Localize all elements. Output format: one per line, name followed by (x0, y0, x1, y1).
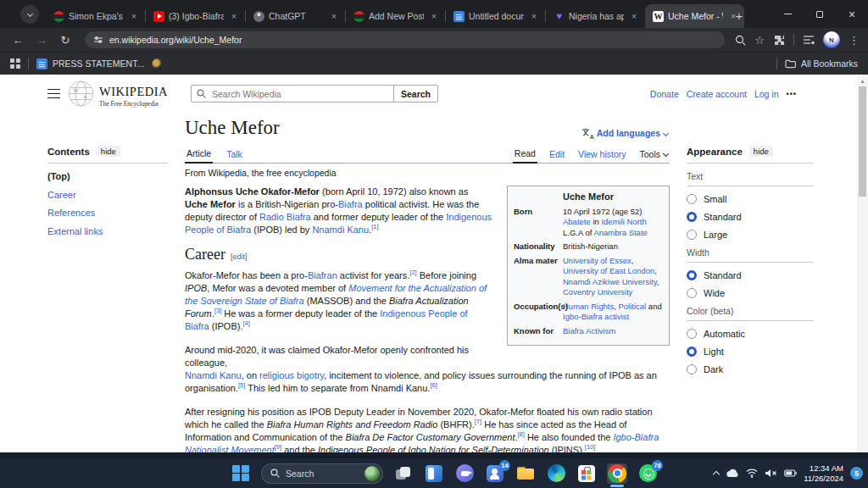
wifi-icon[interactable] (746, 469, 758, 478)
add-languages-label: Add languages (597, 128, 660, 138)
tab-read[interactable]: Read (513, 148, 537, 164)
radio-checked-icon[interactable] (687, 347, 697, 357)
apps-grid-icon[interactable] (10, 58, 20, 69)
appearance-hide-button[interactable]: hide (749, 146, 773, 157)
bookmark-star-icon[interactable]: ☆ (754, 30, 765, 49)
browser-tab-simon-ekpa[interactable]: Simon Ekpa's Ext (46, 4, 145, 28)
radio-color-light[interactable]: Light (687, 347, 814, 357)
radio-width-wide[interactable]: Wide (687, 288, 814, 298)
radio-checked-icon[interactable] (687, 270, 697, 280)
radio-width-standard[interactable]: Standard (687, 270, 814, 280)
tab-article[interactable]: Article (185, 148, 213, 164)
radio-text-small[interactable]: Small (687, 194, 814, 204)
browser-tab-uche-mefor-active[interactable]: Uche Mefor - Wi (645, 4, 744, 28)
file-explorer-button[interactable] (515, 463, 536, 484)
teams-button[interactable]: 14 (485, 463, 505, 484)
wiki-search-button[interactable]: Search (393, 85, 438, 103)
close-tab-icon[interactable] (428, 10, 440, 22)
site-settings-icon[interactable] (93, 35, 103, 45)
tab-title: Untitled docume (469, 11, 524, 21)
appearance-title: Appearance (687, 147, 743, 157)
main-menu-icon[interactable] (47, 89, 60, 98)
taskbar-search-box[interactable]: Search (261, 463, 383, 484)
minimize-icon (784, 14, 792, 14)
tray-overflow-icon[interactable] (713, 471, 720, 478)
radio-icon[interactable] (687, 329, 697, 339)
tab-view-history[interactable]: View history (576, 149, 627, 163)
reload-button[interactable]: ↻ (56, 30, 75, 49)
tab-tools[interactable]: Tools (637, 149, 670, 163)
back-button[interactable]: ← (8, 30, 27, 49)
profile-avatar[interactable]: N (823, 31, 840, 48)
contents-item-top[interactable]: (Top) (47, 171, 168, 181)
radio-text-standard[interactable]: Standard (687, 212, 814, 222)
tab-search-button[interactable] (20, 5, 39, 24)
windows-logo-icon (232, 465, 249, 482)
browser-toolbar: ← → ↻ en.wikipedia.org/wiki/Uche_Mefor ☆… (0, 28, 868, 52)
tab-edit[interactable]: Edit (548, 149, 566, 163)
edit-section-link[interactable]: edit (231, 252, 248, 261)
radio-checked-icon[interactable] (687, 212, 697, 222)
create-account-link[interactable]: Create account (687, 89, 747, 99)
log-in-link[interactable]: Log in (754, 89, 779, 99)
battery-icon[interactable] (784, 469, 797, 477)
widgets-button[interactable] (424, 463, 444, 484)
close-tab-icon[interactable] (328, 10, 340, 22)
close-tab-icon[interactable] (128, 10, 140, 22)
browser-tab-youtube[interactable]: (3) Igbo-Biafra n (146, 4, 245, 28)
add-languages-button[interactable]: Add languages (581, 128, 668, 138)
whatsapp-badge: 78 (652, 460, 663, 471)
browser-menu-icon[interactable]: ⋮ (849, 30, 860, 49)
task-view-button[interactable] (393, 463, 414, 484)
extensions-icon[interactable] (773, 34, 785, 46)
window-controls (771, 0, 868, 28)
close-tab-icon[interactable] (228, 10, 240, 22)
close-tab-icon[interactable] (628, 10, 640, 22)
chrome-button[interactable] (607, 463, 627, 484)
scroll-up-arrow[interactable]: ▲ (857, 75, 868, 84)
radio-text-large[interactable]: Large (687, 230, 814, 240)
start-button[interactable] (231, 463, 251, 484)
radio-icon[interactable] (687, 288, 697, 298)
chat-button[interactable] (454, 463, 475, 484)
bookmark-press-statement[interactable]: PRESS STATEMENT... (36, 58, 144, 69)
radio-color-dark[interactable]: Dark (687, 364, 814, 374)
forward-button[interactable]: → (32, 30, 51, 49)
donate-link[interactable]: Donate (650, 89, 679, 99)
close-window-button[interactable] (836, 0, 868, 28)
browser-tab-chatgpt[interactable]: ChatGPT (246, 4, 345, 28)
radio-icon[interactable] (687, 364, 697, 374)
address-bar[interactable]: en.wikipedia.org/wiki/Uche_Mefor (85, 31, 725, 48)
wikipedia-logo[interactable]: WA (68, 80, 94, 107)
tab-title: ChatGPT (269, 11, 324, 21)
taskbar-clock[interactable]: 12:34 AM 11/26/2024 (804, 463, 843, 483)
radio-icon[interactable] (687, 194, 697, 204)
search-highlight-image[interactable] (364, 466, 380, 481)
microsoft-store-button[interactable] (576, 463, 597, 484)
minimize-button[interactable] (771, 0, 804, 28)
radio-color-automatic[interactable]: Automatic (687, 329, 814, 339)
browser-tab-add-new-post[interactable]: Add New Post - (346, 4, 445, 28)
notification-count-badge[interactable]: 5 (850, 467, 863, 480)
wiki-search-input[interactable] (191, 85, 394, 103)
whatsapp-button[interactable]: 78 (637, 463, 658, 484)
maximize-button[interactable] (804, 0, 836, 28)
radio-icon[interactable] (687, 230, 697, 240)
favicon-bookmark[interactable] (152, 58, 163, 69)
all-bookmarks-button[interactable]: All Bookmarks (785, 58, 858, 69)
contents-hide-button[interactable]: hide (97, 146, 120, 157)
browser-tab-nigeria[interactable]: Nigeria has appa (546, 4, 645, 28)
close-tab-icon[interactable] (528, 10, 540, 22)
scrollbar-thumb[interactable] (859, 86, 866, 197)
side-panel-icon[interactable] (803, 35, 815, 45)
page-scrollbar[interactable]: ▲ (857, 75, 868, 452)
zoom-icon[interactable] (735, 35, 746, 46)
new-tab-button[interactable] (731, 7, 748, 24)
volume-muted-icon[interactable] (765, 469, 777, 478)
more-options-icon[interactable] (787, 90, 797, 98)
edge-button[interactable] (546, 463, 566, 484)
browser-tab-untitled-document[interactable]: Untitled docume (446, 4, 545, 28)
google-docs-favicon (453, 11, 465, 22)
wikipedia-wordmark[interactable]: WIKIPEDIA The Free Encyclopedia (99, 85, 168, 108)
onedrive-icon[interactable] (726, 469, 739, 478)
